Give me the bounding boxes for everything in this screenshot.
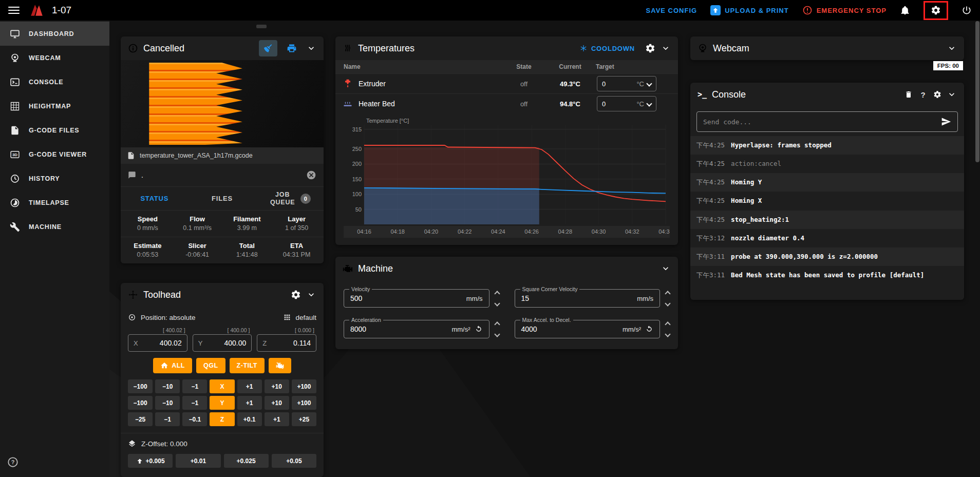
square-corner-velocity-input[interactable]: Square Corner Velocity 15 mm/s	[515, 289, 661, 308]
jog-button[interactable]: −25	[128, 412, 153, 426]
sidebar-item-gcode-viewer[interactable]: G-CODE VIEWER	[0, 142, 109, 166]
comment-field[interactable]: .	[121, 164, 324, 186]
upload-print-button[interactable]: UPLOAD & PRINT	[710, 5, 789, 15]
sidebar-item-gcode-files[interactable]: G-CODE FILES	[0, 118, 109, 142]
stat-cell: Filament3.99 m	[222, 215, 272, 232]
jog-button[interactable]: +10	[265, 379, 289, 393]
home-y-button[interactable]: Y	[210, 396, 234, 410]
jog-button[interactable]: +1	[237, 379, 262, 393]
speed-profile[interactable]: default	[295, 314, 316, 321]
increment-button[interactable]	[494, 291, 500, 296]
increment-button[interactable]	[665, 321, 670, 327]
decrement-button[interactable]	[494, 331, 500, 337]
acceleration-input[interactable]: Acceleration 8000 mm/s²	[344, 320, 489, 338]
emergency-stop-button[interactable]: EMERGENCY STOP	[802, 5, 887, 15]
jog-button[interactable]: −1	[155, 412, 180, 426]
help-button[interactable]	[7, 456, 18, 470]
gear-icon[interactable]	[933, 90, 941, 99]
jog-button[interactable]: −0.1	[182, 412, 207, 426]
max-accel-to-decel-input[interactable]: Max Accel. to Decel. 4000 mm/s²	[515, 320, 661, 338]
save-config-button[interactable]: SAVE CONFIG	[646, 7, 698, 14]
gear-icon[interactable]	[645, 43, 655, 53]
sidebar-item-history[interactable]: HISTORY	[0, 166, 109, 190]
home-x-button[interactable]: X	[210, 379, 234, 393]
jog-button[interactable]: +1	[237, 396, 262, 410]
y-position-field[interactable]: Y 400.00	[193, 334, 252, 352]
sidebar-item-machine[interactable]: MACHINE	[0, 215, 109, 239]
jog-button[interactable]: −100	[128, 396, 153, 410]
reset-icon[interactable]	[645, 325, 653, 333]
collapse-icon[interactable]	[661, 43, 671, 53]
extruder-target-input[interactable]: 0 °C	[597, 76, 656, 91]
target-dropdown-icon[interactable]	[646, 101, 652, 106]
gcode-files-icon	[10, 125, 20, 136]
console-input-wrap	[696, 111, 958, 132]
console-input[interactable]	[703, 118, 936, 126]
arrow-up-icon	[136, 457, 143, 465]
tab-files[interactable]: FILES	[189, 187, 256, 210]
home-z-button[interactable]: Z	[210, 412, 234, 426]
notifications-icon[interactable]	[900, 5, 910, 15]
stat-cell: Estimate0:05:53	[123, 242, 173, 258]
jog-button[interactable]: +10	[265, 396, 289, 410]
sidebar-item-webcam[interactable]: WEBCAM	[0, 46, 109, 70]
jog-button[interactable]: −10	[155, 379, 180, 393]
motors-off-button[interactable]	[269, 358, 291, 373]
settings-icon[interactable]	[931, 5, 941, 15]
tab-job-queue[interactable]: JOB QUEUE 0	[256, 187, 324, 210]
collapse-icon[interactable]	[306, 290, 316, 300]
sidebar-item-dashboard[interactable]: DASHBOARD	[0, 22, 109, 46]
home-all-button[interactable]: ALL	[153, 358, 192, 373]
sidebar-item-console[interactable]: CONSOLE	[0, 70, 109, 94]
decrement-button[interactable]	[665, 331, 670, 337]
jog-button[interactable]: +100	[292, 379, 316, 393]
tab-status[interactable]: STATUS	[121, 187, 189, 210]
bed-target-input[interactable]: 0 °C	[597, 96, 656, 111]
decrement-button[interactable]	[665, 300, 670, 306]
jog-button[interactable]: +0.1	[237, 412, 262, 426]
velocity-input[interactable]: Velocity 500 mm/s	[344, 289, 489, 308]
collapse-icon[interactable]	[947, 43, 957, 53]
console-help-icon[interactable]: ?	[918, 90, 928, 99]
z-tilt-button[interactable]: Z-TILT	[230, 358, 265, 373]
z-offset-button[interactable]: +0.005	[128, 454, 173, 468]
sidebar-item-timelapse[interactable]: TIMELAPSE	[0, 190, 109, 215]
collapse-icon[interactable]	[661, 263, 671, 274]
increment-button[interactable]	[494, 321, 500, 327]
collapse-icon[interactable]	[947, 89, 957, 100]
reprint-button[interactable]	[282, 40, 301, 56]
target-dropdown-icon[interactable]	[646, 81, 652, 86]
menu-icon[interactable]	[8, 7, 20, 14]
decrement-button[interactable]	[494, 300, 500, 306]
clear-comment-icon[interactable]	[306, 170, 316, 180]
collapse-icon[interactable]	[306, 43, 316, 53]
sidebar-item-heightmap[interactable]: HEIGHTMAP	[0, 94, 109, 118]
clean-nozzle-button[interactable]	[259, 40, 277, 56]
z-position-field[interactable]: Z 0.114	[257, 334, 316, 352]
jog-button[interactable]: −100	[128, 379, 153, 393]
scrollbar-thumb[interactable]	[975, 21, 979, 162]
z-offset-button[interactable]: +0.025	[224, 454, 269, 468]
qgl-button[interactable]: QGL	[196, 358, 225, 373]
z-offset-button[interactable]: +0.05	[272, 454, 316, 468]
reset-icon[interactable]	[475, 325, 483, 333]
comment-icon	[128, 171, 136, 179]
machine-header: Machine	[335, 257, 678, 280]
jog-button[interactable]: +1	[265, 412, 289, 426]
jog-button[interactable]: −10	[155, 396, 180, 410]
jog-button[interactable]: −1	[182, 379, 207, 393]
cooldown-button[interactable]: COOLDOWN	[579, 44, 635, 52]
jog-button[interactable]: −1	[182, 396, 207, 410]
trash-icon[interactable]	[904, 90, 913, 99]
jog-button[interactable]: +100	[292, 396, 316, 410]
svg-text:04:18: 04:18	[390, 228, 405, 235]
z-offset-button[interactable]: +0.01	[176, 454, 220, 468]
send-icon[interactable]	[941, 117, 951, 127]
gear-icon[interactable]	[291, 290, 301, 300]
jog-button[interactable]: +25	[292, 412, 316, 426]
increment-button[interactable]	[665, 291, 670, 296]
power-icon[interactable]	[962, 5, 972, 15]
x-position-field[interactable]: X 400.02	[128, 334, 187, 352]
heater-row-bed: Heater Bed off 94.8°C 0 °C	[335, 93, 678, 113]
console-line: 下午4:25Homing X	[690, 192, 964, 210]
